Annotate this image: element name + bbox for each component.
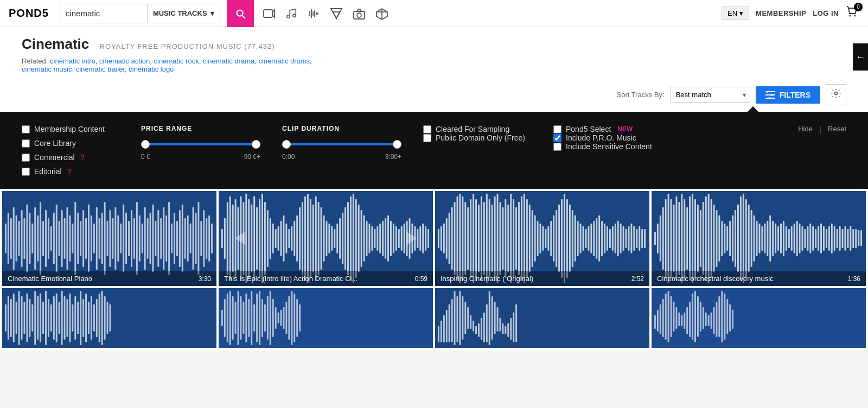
clip-slider-min-thumb[interactable] (282, 140, 291, 149)
track-card-bottom-0[interactable] (2, 288, 216, 348)
svg-rect-98 (197, 202, 199, 275)
svg-rect-309 (754, 215, 755, 262)
svg-rect-470 (697, 296, 699, 337)
effects-icon[interactable] (330, 8, 343, 20)
svg-rect-201 (459, 194, 461, 283)
filter-core-library[interactable]: Core Library (22, 139, 119, 148)
svg-rect-208 (478, 205, 480, 272)
svg-rect-145 (310, 199, 311, 278)
track-card-0[interactable]: Cinematic Emotional Piano 3:30 (2, 191, 216, 286)
svg-rect-392 (221, 310, 223, 326)
filter-include-pro[interactable]: Include P.R.O. Music (553, 133, 662, 142)
track-card-2[interactable]: Inspiring Cinematic ( Original) 2:52 (435, 191, 649, 286)
settings-button[interactable] (826, 84, 846, 105)
svg-rect-339 (834, 226, 835, 251)
svg-rect-318 (777, 226, 779, 251)
clip-duration-slider[interactable] (282, 139, 401, 150)
language-button[interactable]: EN ▾ (722, 7, 749, 20)
svg-rect-114 (227, 202, 228, 275)
public-domain-checkbox[interactable] (423, 134, 431, 142)
svg-rect-438 (478, 323, 480, 337)
price-slider-min-thumb[interactable] (141, 140, 150, 149)
svg-rect-306 (745, 199, 747, 278)
filter-public-domain[interactable]: Public Domain Only (Free) (423, 133, 532, 142)
track-card-bottom-2[interactable] (435, 288, 649, 348)
filter-commercial[interactable]: Commercial ? (22, 153, 119, 162)
music-note-icon[interactable] (285, 8, 297, 20)
clip-duration-col: CLIP DURATION 0:00 3:00+ (282, 125, 401, 161)
track-card-1[interactable]: This Is Epic (intro lite) Action Dramati… (219, 191, 433, 286)
pond5-select-checkbox[interactable] (553, 125, 561, 133)
svg-rect-124 (253, 196, 255, 280)
svg-rect-378 (77, 302, 79, 334)
svg-rect-256 (607, 226, 608, 251)
filter-membership-content[interactable]: Membership Content (22, 125, 119, 133)
hide-filters-link[interactable]: Hide (798, 125, 813, 133)
membership-content-checkbox[interactable] (22, 125, 30, 133)
new-badge: NEW (617, 125, 633, 133)
svg-point-16 (850, 15, 851, 16)
tag-cinematic-rock[interactable]: cinematic rock (154, 57, 199, 65)
filter-pond5-select[interactable]: Pond5 Select NEW (553, 125, 662, 133)
svg-rect-405 (256, 294, 258, 342)
tag-cinematic-intro[interactable]: cinematic intro (50, 57, 95, 65)
svg-rect-276 (665, 199, 667, 278)
svg-rect-448 (505, 326, 506, 334)
svg-rect-314 (767, 221, 768, 256)
clip-slider-max-thumb[interactable] (393, 140, 401, 149)
svg-rect-458 (665, 294, 667, 340)
svg-rect-398 (238, 291, 239, 345)
tag-cinematic-trailer[interactable]: cinematic trailer (76, 65, 125, 73)
tag-cinematic-logo[interactable]: cinematic logo (129, 65, 174, 73)
camera-icon[interactable] (353, 8, 366, 20)
search-button[interactable] (227, 0, 254, 27)
svg-rect-263 (626, 229, 627, 248)
svg-rect-50 (69, 215, 71, 262)
svg-rect-289 (700, 210, 701, 267)
tag-cinematic-drama[interactable]: cinematic drama (203, 57, 254, 65)
price-range-slider[interactable] (141, 139, 260, 150)
audio-wave-icon[interactable] (307, 8, 320, 20)
svg-rect-165 (363, 215, 365, 262)
sidebar-toggle[interactable]: ← (853, 43, 868, 71)
svg-rect-85 (163, 207, 164, 270)
svg-rect-116 (232, 205, 234, 272)
core-library-checkbox[interactable] (22, 139, 30, 148)
membership-link[interactable]: MEMBERSHIP (756, 9, 806, 17)
track-card-bottom-1[interactable] (219, 288, 433, 348)
filter-include-sensitive[interactable]: Include Sensitive Content (553, 142, 662, 151)
track-card-bottom-3[interactable] (652, 288, 866, 348)
category-select[interactable]: MUSIC TRACKS ▾ (147, 4, 220, 23)
svg-rect-421 (299, 304, 301, 331)
tag-cinematic-action[interactable]: cinematic action (99, 57, 150, 65)
search-input[interactable] (60, 9, 147, 18)
svg-rect-0 (264, 10, 272, 17)
tag-cinematic-drums[interactable]: cinematic drums (258, 57, 310, 65)
filter-cleared-for-sampling[interactable]: Cleared For Sampling (423, 125, 532, 133)
include-sensitive-checkbox[interactable] (553, 143, 561, 151)
3d-icon[interactable] (375, 8, 388, 20)
login-link[interactable]: LOG IN (813, 9, 839, 17)
track-card-3[interactable]: Cinematic orchestral discovery music 1:3… (652, 191, 866, 286)
svg-rect-144 (307, 194, 309, 283)
svg-rect-335 (823, 226, 825, 251)
video-icon[interactable] (263, 7, 276, 20)
include-pro-checkbox[interactable] (553, 134, 561, 142)
sort-select[interactable]: Best match Newest Price: Low to High Pri… (670, 87, 750, 103)
svg-rect-303 (737, 205, 739, 272)
cart-button[interactable]: 0 (845, 5, 859, 22)
filters-button[interactable]: FILTERS (756, 86, 820, 104)
svg-rect-259 (615, 224, 616, 253)
commercial-checkbox[interactable] (22, 154, 30, 162)
cleared-sampling-checkbox[interactable] (423, 125, 431, 133)
svg-rect-341 (839, 226, 841, 251)
reset-filters-link[interactable]: Reset (828, 125, 846, 133)
svg-rect-133 (278, 226, 279, 251)
filter-editorial[interactable]: Editorial ? (22, 167, 119, 176)
svg-rect-265 (630, 224, 632, 253)
editorial-checkbox[interactable] (22, 168, 30, 176)
svg-rect-76 (139, 215, 141, 262)
tag-cinematic-music[interactable]: cinematic music (22, 65, 72, 73)
price-slider-max-thumb[interactable] (252, 140, 260, 149)
svg-rect-84 (160, 218, 162, 259)
